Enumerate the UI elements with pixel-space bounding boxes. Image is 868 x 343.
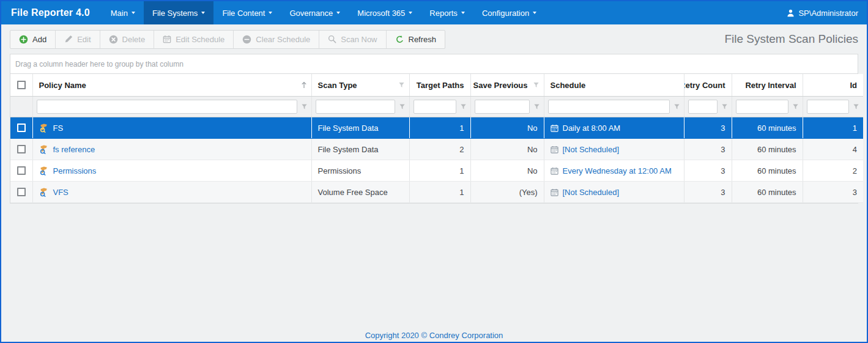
select-all-header-cell xyxy=(10,74,32,97)
policy-name-link[interactable]: fs reference xyxy=(53,145,95,154)
column-header-id[interactable]: Id xyxy=(803,74,863,97)
delete-icon xyxy=(109,35,118,44)
cell-value: No xyxy=(527,166,538,175)
nav-item-file-content[interactable]: File Content xyxy=(213,1,281,24)
calendar-icon xyxy=(551,146,558,153)
cell-scan_type: Volume Free Space xyxy=(311,182,409,203)
header-filter-icon[interactable] xyxy=(398,82,405,89)
button-label: Delete xyxy=(122,35,146,44)
filter-cell-target_paths xyxy=(409,97,470,117)
scan-policy-icon xyxy=(39,187,49,197)
nav-item-label: Main xyxy=(111,9,128,18)
cell-value: 1 xyxy=(459,166,464,175)
select-all-checkbox[interactable] xyxy=(17,81,26,89)
main-content: Drag a column header here to group by th… xyxy=(1,54,867,343)
policy-name-link[interactable]: VFS xyxy=(53,188,69,197)
nav-item-file-systems[interactable]: File Systems xyxy=(144,1,213,24)
cell-value: (Yes) xyxy=(519,188,538,197)
user-name: SP\Administrator xyxy=(798,9,858,18)
schedule-link[interactable]: Daily at 8:00 AM xyxy=(563,124,621,133)
cell-scan_type: Permissions xyxy=(311,160,409,182)
schedule-link[interactable]: [Not Scheduled] xyxy=(563,188,620,197)
name-filter-input[interactable] xyxy=(37,100,297,114)
policy-name-link[interactable]: FS xyxy=(53,124,64,133)
cell-name: VFS xyxy=(32,182,311,203)
filter-funnel-icon[interactable] xyxy=(853,103,859,110)
cell-value: 1 xyxy=(459,188,464,197)
add-icon xyxy=(19,35,28,44)
edit-button: Edit xyxy=(55,31,99,48)
filter-funnel-icon[interactable] xyxy=(460,103,467,110)
nav-item-reports[interactable]: Reports xyxy=(421,1,473,24)
button-label: Edit Schedule xyxy=(176,35,224,44)
nav-item-microsoft-365[interactable]: Microsoft 365 xyxy=(349,1,421,24)
user-icon xyxy=(786,9,795,18)
column-header-retry-interval[interactable]: Retry Interval xyxy=(732,74,803,97)
column-header-scan-type[interactable]: Scan Type xyxy=(311,74,409,97)
policy-row-permissions[interactable]: PermissionsPermissions1NoEvery Wednesday… xyxy=(10,160,863,182)
policy-row-fs[interactable]: FSFile System Data1NoDaily at 8:00 AM360… xyxy=(10,117,863,139)
filter-funnel-icon[interactable] xyxy=(301,103,308,110)
cell-save_previous: No xyxy=(470,117,544,139)
filter-cell-name xyxy=(32,97,311,117)
filter-cell-schedule xyxy=(544,97,684,117)
scan-policy-icon xyxy=(39,123,49,133)
cell-retry_count: 3 xyxy=(684,117,732,139)
cell-value: 3 xyxy=(721,188,725,197)
column-header-save-previous[interactable]: Save Previous xyxy=(470,74,544,97)
header-filter-icon[interactable] xyxy=(533,82,540,89)
retry_count-filter-input[interactable] xyxy=(688,100,718,114)
scan_type-filter-input[interactable] xyxy=(316,100,395,114)
column-header-target-paths[interactable]: Target Paths xyxy=(409,74,470,97)
filter-funnel-icon[interactable] xyxy=(673,103,680,110)
cell-schedule: [Not Scheduled] xyxy=(544,182,684,203)
cell-value: No xyxy=(527,124,538,133)
cell-target_paths: 1 xyxy=(409,160,470,182)
nav-item-configuration[interactable]: Configuration xyxy=(473,1,545,24)
add-button[interactable]: Add xyxy=(10,31,55,48)
button-label: Refresh xyxy=(409,35,437,44)
policy-name-link[interactable]: Permissions xyxy=(53,166,97,175)
save_previous-filter-input[interactable] xyxy=(475,100,530,114)
nav-menu: MainFile SystemsFile ContentGovernanceMi… xyxy=(102,1,545,24)
policy-row-fs-reference[interactable]: fs referenceFile System Data2No[Not Sche… xyxy=(10,139,863,160)
column-header-policy-name[interactable]: Policy Name xyxy=(32,74,311,97)
policy-row-vfs[interactable]: VFSVolume Free Space1(Yes)[Not Scheduled… xyxy=(10,182,863,203)
cell-value: 2 xyxy=(853,166,857,175)
cell-target_paths: 1 xyxy=(409,117,470,139)
column-header-retry-count[interactable]: Retry Count xyxy=(684,74,732,97)
row-checkbox[interactable] xyxy=(17,188,26,196)
toolbar: AddEditDeleteEdit ScheduleClear Schedule… xyxy=(10,30,445,49)
copyright-link[interactable]: Copyright 2020 © Condrey Corporation xyxy=(365,331,503,340)
edit-schedule-button: Edit Schedule xyxy=(154,31,233,48)
filter-cell-retry_interval xyxy=(732,97,803,117)
row-checkbox[interactable] xyxy=(17,124,26,132)
cell-value: No xyxy=(527,145,538,154)
cell-retry_interval: 60 minutes xyxy=(732,160,803,182)
filter-funnel-icon[interactable] xyxy=(399,103,406,110)
filter-funnel-icon[interactable] xyxy=(792,103,799,110)
filter-row-spacer xyxy=(10,97,32,117)
nav-item-main[interactable]: Main xyxy=(102,1,144,24)
row-checkbox[interactable] xyxy=(17,166,26,175)
schedule-filter-input[interactable] xyxy=(548,100,670,114)
retry_interval-filter-input[interactable] xyxy=(736,100,788,114)
column-header-schedule[interactable]: Schedule xyxy=(544,74,684,97)
schedule-link[interactable]: Every Wednesday at 12:00 AM xyxy=(563,166,672,175)
filter-funnel-icon[interactable] xyxy=(533,103,540,110)
cell-retry_count: 3 xyxy=(684,160,732,182)
chevron-down-icon xyxy=(336,12,340,14)
id-filter-input[interactable] xyxy=(807,100,850,114)
refresh-button[interactable]: Refresh xyxy=(386,31,445,48)
cell-value: File System Data xyxy=(318,124,379,133)
target_paths-filter-input[interactable] xyxy=(414,100,456,114)
row-checkbox[interactable] xyxy=(17,145,26,153)
filter-funnel-icon[interactable] xyxy=(721,103,728,110)
cell-value: Volume Free Space xyxy=(318,188,388,197)
nav-item-label: Configuration xyxy=(482,9,529,18)
cell-value: 4 xyxy=(853,145,857,154)
nav-item-label: Reports xyxy=(429,9,458,18)
user-menu[interactable]: SP\Administrator xyxy=(777,1,867,24)
schedule-link[interactable]: [Not Scheduled] xyxy=(563,145,620,154)
nav-item-governance[interactable]: Governance xyxy=(281,1,349,24)
